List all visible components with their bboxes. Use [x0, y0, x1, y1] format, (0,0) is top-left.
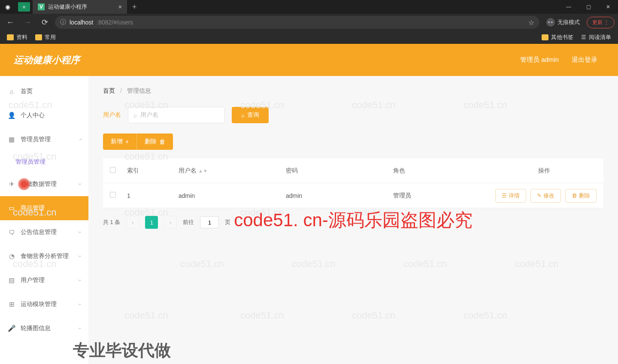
cell-index: 1: [127, 192, 179, 199]
search-icon: ⌕: [241, 112, 245, 118]
prev-page-button[interactable]: ‹: [126, 216, 139, 229]
detail-button[interactable]: ☰详情: [495, 189, 526, 203]
row-checkbox[interactable]: [110, 192, 116, 198]
sidebar-item-admin-manage[interactable]: ▦管理员管理: [0, 127, 88, 152]
doc-icon: ☰: [502, 192, 507, 199]
send-icon: ✈: [8, 180, 15, 188]
url-path: :8082/#/users: [97, 19, 133, 26]
logout-button[interactable]: 退出登录: [572, 56, 597, 64]
app-root: 运动健康小程序 管理员 admin 退出登录 ⌂首页 👤个人中心 ▦管理员管理 …: [0, 44, 618, 364]
update-button[interactable]: 更新 ⋮: [587, 17, 615, 28]
search-label: 用户名: [103, 111, 121, 119]
user-icon: 👤: [8, 112, 15, 119]
row-delete-button[interactable]: 🗑删除: [565, 189, 597, 203]
col-header-index[interactable]: 索引: [127, 167, 179, 175]
sidebar-item-food[interactable]: ◔食物营养分析管理: [0, 244, 88, 268]
bookmark-bar: 资料 常用 其他书签 ☰阅读清单: [0, 31, 618, 44]
new-tab-button[interactable]: +: [127, 3, 142, 12]
rows-icon: ▤: [8, 276, 15, 284]
folder-icon: [542, 34, 548, 40]
tab-favicon-2[interactable]: ≡: [18, 2, 30, 12]
reload-button[interactable]: ⟳: [38, 15, 52, 29]
col-header-password[interactable]: 密码: [286, 167, 393, 175]
bookmark-folder-1[interactable]: 资料: [7, 33, 27, 41]
address-bar: ← → ⟳ ⓘ localhost:8082/#/users ☆ 👓 无痕模式 …: [0, 14, 618, 31]
search-placeholder: 用户名: [140, 111, 158, 119]
trash-icon: 🗑: [159, 138, 165, 145]
tab-strip: ◉ ≡ V 运动健康小程序 × + — ▢ ✕: [0, 0, 618, 14]
bookmark-folder-2[interactable]: 常用: [35, 33, 56, 41]
incognito-indicator[interactable]: 👓 无痕模式: [543, 18, 583, 27]
select-all-checkbox[interactable]: [110, 167, 116, 173]
forward-button[interactable]: →: [21, 15, 34, 29]
reading-list[interactable]: ☰阅读清单: [581, 33, 611, 41]
app-header: 运动健康小程序 管理员 admin 退出登录: [0, 44, 618, 76]
sidebar: ⌂首页 👤个人中心 ▦管理员管理 管理员管理 ✈基础数据管理 ▭商品管理 🗨公告…: [0, 76, 88, 364]
col-header-role[interactable]: 角色: [393, 167, 492, 175]
edit-button[interactable]: ✎修改: [530, 189, 561, 203]
page-total: 共 1 条: [103, 218, 120, 226]
cell-username: admin: [179, 192, 286, 199]
page-number-current[interactable]: 1: [145, 216, 158, 229]
cell-role: 管理员: [393, 192, 492, 200]
goto-page-input[interactable]: [200, 216, 219, 228]
sort-icon: ▲▼: [198, 168, 208, 173]
rect-icon: ▭: [8, 204, 15, 212]
breadcrumb-current: 管理信息: [127, 87, 151, 94]
url-host: localhost: [70, 19, 93, 26]
close-tab-icon[interactable]: ×: [118, 3, 122, 10]
minimize-icon[interactable]: —: [559, 0, 579, 14]
plus-icon: +: [125, 138, 129, 145]
header-user-label[interactable]: 管理员 admin: [520, 56, 559, 64]
content-area: 首页 / 管理信息 用户名 ⌕ 用户名 ⌕查询 新增+ 删除🗑 索引: [88, 76, 618, 364]
add-button[interactable]: 新增+: [103, 133, 136, 150]
modules-icon: ⊞: [8, 300, 15, 308]
folder-icon: [7, 34, 14, 40]
sidebar-item-profile[interactable]: 👤个人中心: [0, 103, 88, 127]
back-button[interactable]: ←: [3, 15, 17, 29]
breadcrumb-home[interactable]: 首页: [103, 87, 115, 94]
sidebar-item-users[interactable]: ▤用户管理: [0, 268, 88, 292]
col-header-ops: 操作: [492, 167, 597, 175]
data-table: 索引 用户名▲▼ 密码 角色 操作 1 admin admin 管理员 ☰详情 …: [103, 158, 603, 208]
sidebar-item-product[interactable]: ▭商品管理: [0, 196, 88, 220]
sidebar-item-carousel[interactable]: 🎤轮播图信息: [0, 316, 88, 340]
sidebar-item-basedata[interactable]: ✈基础数据管理: [0, 172, 88, 196]
maximize-icon[interactable]: ▢: [579, 0, 598, 14]
folder-icon: [35, 34, 42, 40]
grid-icon: ▦: [8, 136, 15, 143]
browser-chrome: ◉ ≡ V 运动健康小程序 × + — ▢ ✕ ← → ⟳ ⓘ localhos…: [0, 0, 618, 44]
goto-prefix: 前往: [183, 218, 194, 226]
sidebar-item-home[interactable]: ⌂首页: [0, 79, 88, 103]
search-input[interactable]: ⌕ 用户名: [128, 107, 225, 123]
search-button[interactable]: ⌕查询: [232, 107, 269, 123]
trash-icon: 🗑: [572, 192, 577, 199]
table-row: 1 admin admin 管理员 ☰详情 ✎修改 🗑删除: [103, 183, 603, 208]
col-header-username[interactable]: 用户名▲▼: [179, 167, 286, 175]
url-input[interactable]: ⓘ localhost:8082/#/users ☆: [55, 16, 539, 29]
search-icon: ⌕: [133, 112, 137, 118]
bookmark-star-icon[interactable]: ☆: [528, 18, 534, 27]
table-header: 索引 用户名▲▼ 密码 角色 操作: [103, 158, 603, 183]
search-row: 用户名 ⌕ 用户名 ⌕查询: [103, 107, 603, 123]
sidebar-subitem-admin[interactable]: 管理员管理: [0, 152, 88, 172]
delete-button[interactable]: 删除🗑: [136, 133, 173, 150]
sidebar-item-notice[interactable]: 🗨公告信息管理: [0, 220, 88, 244]
pie-icon: ◔: [8, 252, 15, 260]
incognito-icon: 👓: [546, 18, 555, 27]
info-icon: ⓘ: [60, 18, 66, 26]
sidebar-item-sport[interactable]: ⊞运动模块管理: [0, 292, 88, 316]
edit-icon: ✎: [537, 192, 542, 199]
cell-password: admin: [286, 192, 393, 199]
next-page-button[interactable]: ›: [164, 216, 177, 229]
action-row: 新增+ 删除🗑: [103, 133, 603, 150]
breadcrumb: 首页 / 管理信息: [103, 87, 603, 95]
list-icon: ☰: [581, 34, 586, 40]
tab-favicon-1[interactable]: ◉: [0, 0, 15, 14]
breadcrumb-sep: /: [120, 87, 122, 94]
home-icon: ⌂: [8, 88, 15, 95]
close-window-icon[interactable]: ✕: [598, 0, 618, 14]
mic-icon: 🎤: [8, 325, 15, 332]
browser-tab-active[interactable]: V 运动健康小程序 ×: [33, 0, 127, 14]
other-bookmarks[interactable]: 其他书签: [542, 33, 573, 41]
